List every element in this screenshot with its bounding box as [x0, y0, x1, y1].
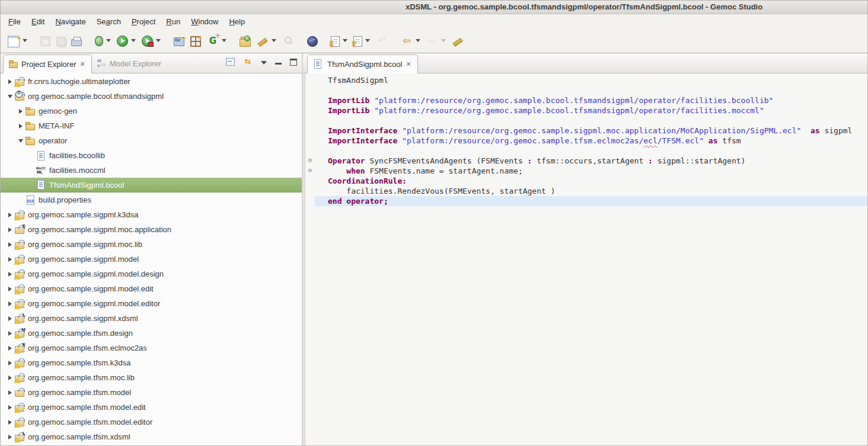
tree-item-gemoc-gen[interactable]: gemoc-gen	[1, 104, 302, 118]
code-text[interactable]: end operator;	[315, 196, 867, 206]
code-area[interactable]: TfsmAndSigpmlImportLib "platform:/resour…	[305, 73, 867, 446]
new-modeling-project-button[interactable]	[171, 33, 187, 48]
code-text[interactable]	[315, 115, 867, 126]
expand-arrow-icon[interactable]	[5, 287, 15, 291]
new-gemoc-element-button[interactable]: G	[205, 33, 229, 49]
dropdown-arrow-icon[interactable]	[272, 39, 276, 42]
code-line-5[interactable]	[305, 115, 867, 126]
tree-item-org-gemoc-sample-tfsm-eclmoc2as[interactable]: Eorg.gemoc.sample.tfsm.eclmoc2as	[1, 341, 302, 355]
code-text[interactable]: TfsmAndSigpml	[315, 75, 867, 85]
code-line-1[interactable]: TfsmAndSigpml	[305, 75, 867, 85]
code-line-12[interactable]: facilities.RendezVous(FSMEvents, startAg…	[305, 186, 867, 196]
tab-model-explorer[interactable]: Model Explorer	[92, 54, 167, 73]
tree-item-facilities-moccml[interactable]: facilities.moccml	[1, 163, 302, 178]
code-text[interactable]	[315, 85, 867, 95]
expand-arrow-icon[interactable]	[5, 227, 15, 232]
bcool-editor[interactable]: TfsmAndSigpmlImportLib "platform:/resour…	[303, 73, 867, 446]
expand-arrow-icon[interactable]	[5, 242, 15, 247]
tab-project-explorer[interactable]: Project Explorer ✕	[3, 54, 92, 73]
dropdown-arrow-icon[interactable]	[222, 39, 226, 42]
code-text[interactable]: CoordinationRule:	[315, 176, 867, 186]
fold-collapse-icon[interactable]: ⊖	[305, 156, 315, 166]
code-line-13[interactable]: end operator;	[305, 196, 867, 206]
tree-item-org-gemoc-sample-sigpml-moc-lib[interactable]: org.gemoc.sample.sigpml.moc.lib	[1, 237, 302, 252]
expand-arrow-icon[interactable]	[5, 420, 15, 425]
code-line-7[interactable]: ImportInterface "platform:/resource/org.…	[305, 136, 867, 146]
tree-item-org-gemoc-sample-sigpml-moc-application[interactable]: Eorg.gemoc.sample.sigpml.moc.application	[1, 222, 302, 237]
code-text[interactable]: when FSMEvents.name = startAgent.name;	[315, 166, 867, 176]
tree-item-org-gemoc-sample-sigpml-model[interactable]: org.gemoc.sample.sigpml.model	[1, 252, 302, 267]
collapse-arrow-icon[interactable]	[5, 95, 15, 98]
expand-arrow-icon[interactable]	[5, 346, 15, 351]
tree-item-org-gemoc-sample-bcool-tfsmandsigpml[interactable]: org.gemoc.sample.bcool.tfsmandsigpml	[1, 89, 302, 104]
expand-arrow-icon[interactable]	[16, 109, 25, 114]
new-metamodel-button[interactable]	[188, 33, 203, 49]
collapse-all-icon[interactable]	[226, 58, 235, 66]
expand-arrow-icon[interactable]	[5, 79, 15, 84]
new-wizard-button[interactable]	[5, 32, 30, 49]
dropdown-arrow-icon[interactable]	[441, 39, 446, 42]
print-button[interactable]	[69, 34, 84, 48]
expand-arrow-icon[interactable]	[5, 361, 15, 365]
tree-item-org-gemoc-sample-tfsm-moc-lib[interactable]: org.gemoc.sample.tfsm.moc.lib	[1, 370, 302, 385]
tree-item-fr-cnrs-luchogie-ultimateplotter[interactable]: fr.cnrs.luchogie.ultimateplotter	[1, 74, 302, 89]
close-icon[interactable]: ✕	[79, 60, 85, 68]
menu-help[interactable]: Help	[224, 15, 250, 28]
tree-item-org-gemoc-sample-sigpml-model-editor[interactable]: org.gemoc.sample.sigpml.model.editor	[1, 296, 302, 311]
tree-item-org-gemoc-sample-tfsm-xdsml[interactable]: Lorg.gemoc.sample.tfsm.xdsml	[1, 429, 302, 444]
run-button[interactable]	[114, 33, 138, 49]
close-icon[interactable]: ✕	[405, 60, 411, 68]
expand-arrow-icon[interactable]	[5, 316, 15, 321]
tree-item-tfsmandsigpml-bcool[interactable]: TfsmAndSigpml.bcool	[1, 178, 302, 192]
code-line-11[interactable]: CoordinationRule:	[305, 176, 867, 186]
dropdown-arrow-icon[interactable]	[343, 39, 347, 42]
tree-item-operator[interactable]: operator	[1, 133, 302, 148]
expand-arrow-icon[interactable]	[5, 272, 15, 277]
next-annotation-button[interactable]: ⇩	[328, 33, 350, 49]
dropdown-arrow-icon[interactable]	[23, 39, 27, 42]
code-line-10[interactable]: ⊖ when FSMEvents.name = startAgent.name;	[305, 166, 867, 176]
tree-item-org-gemoc-sample-sigpml-k3dsa[interactable]: org.gemoc.sample.sigpml.k3dsa	[1, 207, 302, 222]
tree-item-meta-inf[interactable]: META-INF	[1, 118, 302, 133]
dropdown-arrow-icon[interactable]	[156, 39, 161, 42]
tree-item-org-gemoc-sample-tfsm-model[interactable]: org.gemoc.sample.tfsm.model	[1, 385, 302, 400]
code-line-4[interactable]: ImportLib "platform:/resource/org.gemoc.…	[305, 105, 867, 115]
view-menu-icon[interactable]	[261, 61, 267, 65]
maximize-icon[interactable]	[290, 59, 297, 66]
code-text[interactable]: ImportLib "platform:/resource/org.gemoc.…	[315, 105, 867, 115]
tree-item-org-gemoc-sample-tfsm-design[interactable]: Morg.gemoc.sample.tfsm.design	[1, 326, 302, 341]
code-text[interactable]: Operator SyncFSMEventsAndAgents (FSMEven…	[315, 156, 867, 166]
tree-item-org-gemoc-sample-tfsm-k3dsa[interactable]: org.gemoc.sample.tfsm.k3dsa	[1, 355, 302, 370]
code-text[interactable]: ImportInterface "platform:/resource/org.…	[315, 136, 867, 146]
menu-navigate[interactable]: Navigate	[50, 15, 91, 28]
menu-search[interactable]: Search	[91, 15, 126, 28]
debug-button[interactable]	[92, 33, 113, 48]
expand-arrow-icon[interactable]	[5, 331, 15, 336]
minimize-icon[interactable]	[275, 63, 282, 65]
expand-arrow-icon[interactable]	[5, 301, 15, 306]
tree-item-org-gemoc-sample-sigpml-xdsml[interactable]: Lorg.gemoc.sample.sigpml.xdsml	[1, 311, 302, 326]
dropdown-arrow-icon[interactable]	[416, 39, 420, 42]
code-text[interactable]: ImportInterface "platform:/resource/org.…	[315, 126, 867, 136]
previous-annotation-button[interactable]: ⇧	[351, 33, 372, 49]
link-with-editor-icon[interactable]: ⇆	[243, 57, 253, 66]
code-line-9[interactable]: ⊖Operator SyncFSMEventsAndAgents (FSMEve…	[305, 156, 867, 166]
dropdown-arrow-icon[interactable]	[106, 39, 111, 42]
menu-file[interactable]: File	[3, 15, 26, 28]
expand-arrow-icon[interactable]	[5, 257, 15, 262]
highlight-brush-button[interactable]	[449, 33, 466, 49]
expand-arrow-icon[interactable]	[16, 124, 25, 129]
dropdown-arrow-icon[interactable]	[365, 39, 370, 42]
menu-window[interactable]: Window	[186, 15, 224, 28]
tab-editor-tfsmandsigpml[interactable]: TfsmAndSigpml.bcool ✕	[307, 54, 418, 73]
code-line-3[interactable]: ImportLib "platform:/resource/org.gemoc.…	[305, 95, 867, 105]
expand-arrow-icon[interactable]	[5, 376, 15, 380]
open-web-browser-button[interactable]	[305, 33, 320, 49]
code-text[interactable]	[315, 146, 867, 156]
expand-arrow-icon[interactable]	[5, 213, 15, 217]
code-line-8[interactable]	[305, 146, 867, 156]
tree-item-facilities-bcoollib[interactable]: facilities.bcoollib	[1, 148, 302, 163]
code-line-6[interactable]: ImportInterface "platform:/resource/org.…	[305, 126, 867, 136]
tree-item-org-gemoc-sample-tfsm-model-edit[interactable]: org.gemoc.sample.tfsm.model.edit	[1, 400, 302, 415]
fold-collapse-icon[interactable]: ⊖	[305, 166, 315, 176]
